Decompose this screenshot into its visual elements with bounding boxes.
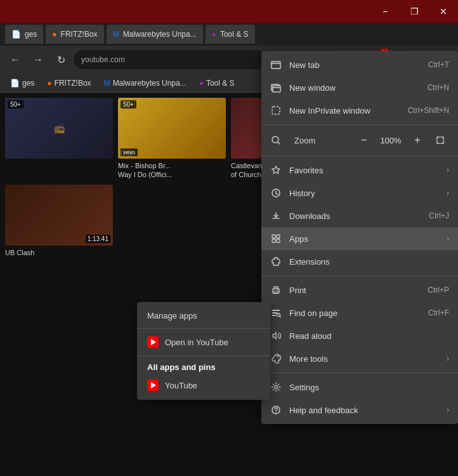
svg-rect-8 [272, 239, 275, 242]
history-icon [270, 187, 282, 199]
fav-label-2: FRITZ!Box [55, 79, 91, 88]
downloads-label: Downloads [289, 211, 421, 221]
svg-rect-2 [273, 86, 280, 92]
zoom-decrease-button[interactable]: − [355, 131, 373, 149]
svg-rect-6 [272, 235, 275, 238]
svg-rect-15 [272, 315, 276, 316]
menu-print[interactable]: Print Ctrl+P [261, 279, 458, 301]
fav-item-1[interactable]: 📄 ges [5, 77, 39, 89]
zoom-increase-button[interactable]: + [409, 131, 426, 149]
read-aloud-label: Read aloud [289, 331, 449, 341]
video-card-2[interactable]: 50+ ((•)) vevo Mix - Bishop Br...Way I D… [118, 98, 226, 180]
video-card-4[interactable]: 1:13:41 UB Clash [5, 185, 113, 257]
youtube-pin-item[interactable]: YouTube [137, 374, 270, 396]
menu-find[interactable]: Find on page Ctrl+F [261, 301, 458, 324]
tabs-bar: 📄 ges ● FRITZ!Box M Malwarebytes Unpa...… [0, 23, 458, 46]
favorites-label: Favorites [289, 166, 439, 175]
menu-more-tools[interactable]: More tools › [261, 347, 458, 370]
print-icon [270, 284, 282, 296]
menu-extensions[interactable]: Extensions [261, 250, 458, 273]
read-aloud-icon [270, 330, 282, 341]
print-shortcut: Ctrl+P [428, 286, 449, 294]
svg-rect-9 [277, 239, 280, 242]
more-tools-arrow: › [447, 354, 449, 363]
zoom-expand-button[interactable] [431, 131, 449, 149]
help-label: Help and feedback [289, 406, 439, 415]
zoom-label: Zoom [294, 136, 350, 145]
menu-settings[interactable]: Settings [261, 376, 458, 399]
fav-icon-2: ● [47, 79, 51, 88]
settings-icon [270, 381, 282, 393]
apps-submenu: Manage apps Open in YouTube All apps and… [137, 302, 270, 400]
menu-history[interactable]: History › [261, 182, 458, 204]
menu-new-tab[interactable]: New tab Ctrl+T [261, 53, 458, 76]
menu-read-aloud[interactable]: Read aloud [261, 324, 458, 347]
forward-button[interactable]: → [28, 50, 48, 70]
zoom-value: 100% [378, 136, 403, 145]
video-duration-4: 1:13:41 [86, 235, 110, 243]
minimize-button[interactable]: − [370, 0, 400, 23]
tab-favicon-4: ● [212, 30, 216, 39]
print-label: Print [289, 286, 420, 295]
tab-item-3[interactable]: M Malwarebytes Unpa... [107, 25, 203, 44]
tab-favicon-1: 📄 [11, 30, 21, 39]
fav-item-3[interactable]: M Malwarebytes Unpa... [99, 77, 192, 89]
extensions-label: Extensions [289, 257, 449, 267]
separator-3 [261, 275, 458, 276]
manage-apps-item[interactable]: Manage apps [137, 306, 270, 326]
menu-apps[interactable]: Apps › [261, 227, 458, 250]
open-in-youtube-item[interactable]: Open in YouTube [137, 331, 270, 353]
svg-rect-0 [272, 62, 280, 69]
restore-button[interactable]: ❐ [400, 0, 429, 23]
video-badge-2: 50+ [121, 100, 136, 109]
favorites-arrow: › [447, 166, 449, 175]
refresh-button[interactable]: ↻ [51, 50, 71, 70]
video-thumb-1: 50+ 📻 [5, 98, 113, 159]
video-card-1[interactable]: 50+ 📻 [5, 98, 113, 180]
fav-item-4[interactable]: ● Tool & S [194, 77, 240, 89]
svg-rect-11 [274, 291, 278, 293]
menu-favorites[interactable]: Favorites › [261, 159, 458, 182]
menu-new-window[interactable]: New window Ctrl+N [261, 76, 458, 99]
menu-downloads[interactable]: Downloads Ctrl+J [261, 204, 458, 227]
find-icon [270, 307, 282, 319]
manage-apps-label: Manage apps [147, 311, 197, 321]
tab-item-4[interactable]: ● Tool & S [206, 25, 255, 44]
find-label: Find on page [289, 308, 421, 318]
submenu-separator-2 [137, 355, 270, 356]
tab-label-1: ges [25, 30, 37, 39]
history-arrow: › [447, 188, 449, 197]
fav-label-3: Malwarebytes Unpa... [113, 79, 186, 88]
dropdown-menu: New tab Ctrl+T New window Ctrl+N New InP… [261, 51, 458, 424]
apps-label: Apps [289, 234, 439, 244]
tab-item-1[interactable]: 📄 ges [5, 25, 43, 44]
tab-favicon-2: ● [52, 30, 56, 39]
radio-icon-1: 📻 [54, 123, 65, 133]
all-apps-header: All apps and pins [137, 359, 270, 374]
submenu-separator-1 [137, 328, 270, 329]
video-title-4: UB Clash [5, 248, 113, 257]
video-title-2: Mix - Bishop Br...Way I Do (Offici... [118, 161, 226, 180]
video-thumb-2: 50+ ((•)) vevo [118, 98, 226, 159]
separator-4 [261, 373, 458, 373]
tab-item-2[interactable]: ● FRITZ!Box [46, 25, 103, 44]
youtube-icon-2 [147, 380, 159, 391]
vevo-badge: vevo [121, 149, 138, 156]
close-button[interactable]: ✕ [429, 0, 458, 23]
new-window-shortcut: Ctrl+N [428, 83, 449, 92]
inprivate-shortcut: Ctrl+Shift+N [408, 106, 449, 115]
menu-new-inprivate[interactable]: New InPrivate window Ctrl+Shift+N [261, 99, 458, 122]
fav-item-2[interactable]: ● FRITZ!Box [42, 77, 96, 89]
address-text: youtube.com [81, 55, 125, 64]
downloads-shortcut: Ctrl+J [429, 211, 449, 220]
menu-help[interactable]: Help and feedback › [261, 399, 458, 421]
back-button[interactable]: ← [5, 50, 25, 70]
svg-point-19 [275, 412, 277, 413]
svg-rect-7 [277, 235, 280, 238]
video-badge-1: 50+ [8, 100, 23, 109]
fav-icon-3: M [104, 79, 110, 88]
history-label: History [289, 188, 439, 198]
separator-2 [261, 155, 458, 156]
zoom-icon [270, 135, 282, 146]
extensions-icon [270, 256, 282, 267]
